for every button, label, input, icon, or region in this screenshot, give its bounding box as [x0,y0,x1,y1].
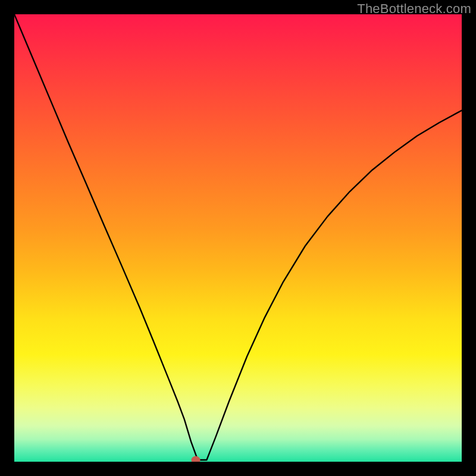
plot-area [14,14,462,462]
optimum-marker [191,456,200,462]
chart-container: TheBottleneck.com [0,0,476,476]
bottleneck-curve [14,14,462,462]
